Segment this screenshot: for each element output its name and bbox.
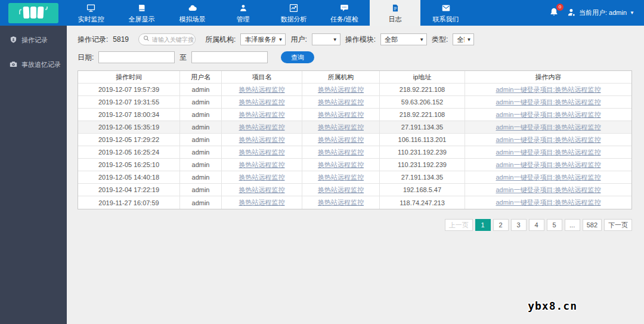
cell-org-link[interactable]: 换热站远程监控 bbox=[302, 184, 380, 196]
type-select[interactable]: 全部 ▼ bbox=[453, 33, 474, 45]
sidebar-item-incident-recall-records[interactable]: 事故追忆记录 bbox=[0, 55, 67, 75]
cell-operation-content-link[interactable]: admin一键登录项目:换热站远程监控 bbox=[465, 84, 631, 95]
monitor-icon bbox=[86, 4, 95, 14]
cell-operation-content-link[interactable]: admin一键登录项目:换热站远程监控 bbox=[465, 96, 631, 108]
date-end-input[interactable] bbox=[191, 51, 268, 63]
cell-project-link[interactable]: 换热站远程监控 bbox=[222, 134, 302, 146]
cell-project-link[interactable]: 换热站远程监控 bbox=[222, 159, 302, 171]
cell-ip-address: 59.63.206.152 bbox=[380, 96, 465, 108]
tab-realtime-monitor[interactable]: 实时监控 bbox=[66, 0, 116, 26]
col-header-time: 操作时间 bbox=[78, 71, 180, 83]
cell-operation-content-link[interactable]: admin一键登录项目:换热站远程监控 bbox=[465, 196, 631, 209]
date-label: 日期: bbox=[78, 53, 94, 63]
tab-tasks-inspection[interactable]: 任务/巡检 bbox=[319, 0, 370, 26]
date-start-input[interactable] bbox=[98, 51, 175, 63]
col-header-org: 所属机构 bbox=[302, 71, 380, 83]
notification-badge: 0 bbox=[556, 4, 564, 11]
org-select-value: 丰泽服务所 bbox=[244, 35, 275, 44]
cell-project-link[interactable]: 换热站远程监控 bbox=[222, 84, 302, 95]
tab-logs[interactable]: 日志 bbox=[370, 0, 420, 26]
filter-row-1: 操作记录: 5819 所属机构: 丰泽服务所 ▼ 用户: ▼ 操作模块: 全部 bbox=[78, 33, 632, 46]
page-button[interactable]: ... bbox=[565, 219, 580, 231]
record-count-label: 操作记录: bbox=[78, 35, 108, 45]
cell-operation-content-link[interactable]: admin一键登录项目:换热站远程监控 bbox=[465, 134, 631, 146]
page: 实时监控 全屏显示 模拟场景 管理 bbox=[0, 0, 644, 324]
cell-project-link[interactable]: 换热站远程监控 bbox=[222, 146, 302, 158]
cell-project-link[interactable]: 换热站远程监控 bbox=[222, 96, 302, 108]
cell-project-link[interactable]: 换热站远程监控 bbox=[222, 196, 302, 209]
nav-tabs: 实时监控 全屏显示 模拟场景 管理 bbox=[66, 0, 471, 26]
cell-project-link[interactable]: 换热站远程监控 bbox=[222, 184, 302, 196]
cell-ip-address: 27.191.134.35 bbox=[380, 171, 465, 183]
cell-username: admin bbox=[180, 196, 222, 209]
tab-data-analysis[interactable]: 数据分析 bbox=[268, 0, 319, 26]
book-icon bbox=[137, 4, 146, 14]
module-label: 操作模块: bbox=[345, 35, 376, 45]
cell-org-link[interactable]: 换热站远程监控 bbox=[302, 96, 380, 108]
sidebar: 操作记录 事故追忆记录 bbox=[0, 26, 67, 324]
page-button[interactable]: 5 bbox=[547, 219, 562, 231]
cell-org-link[interactable]: 换热站远程监控 bbox=[302, 134, 380, 146]
cell-operation-content-link[interactable]: admin一键登录项目:换热站远程监控 bbox=[465, 121, 631, 133]
operation-log-table: 操作时间 用户名 项目名 所属机构 ip地址 操作内容 2019-12-07 1… bbox=[78, 70, 632, 209]
cell-org-link[interactable]: 换热站远程监控 bbox=[302, 196, 380, 209]
user-icon bbox=[239, 4, 247, 14]
query-button[interactable]: 查询 bbox=[281, 51, 314, 63]
module-select[interactable]: 全部 ▼ bbox=[380, 33, 427, 45]
cell-org-link[interactable]: 换热站远程监控 bbox=[302, 121, 380, 133]
cell-ip-address: 110.231.192.239 bbox=[380, 159, 465, 171]
search-input[interactable] bbox=[152, 36, 194, 43]
table-header-row: 操作时间 用户名 项目名 所属机构 ip地址 操作内容 bbox=[78, 71, 631, 84]
cell-org-link[interactable]: 换热站远程监控 bbox=[302, 84, 380, 95]
tab-label: 任务/巡检 bbox=[330, 16, 358, 23]
cell-operation-content-link[interactable]: admin一键登录项目:换热站远程监控 bbox=[465, 146, 631, 158]
cell-project-link[interactable]: 换热站远程监控 bbox=[222, 121, 302, 133]
page-button[interactable]: 上一页 bbox=[445, 219, 473, 231]
table-row: 2019-12-05 17:29:22 admin 换热站远程监控 换热站远程监… bbox=[78, 134, 631, 146]
chart-icon bbox=[289, 4, 298, 14]
page-button[interactable]: 下一页 bbox=[604, 219, 632, 231]
cell-operation-time: 2019-12-07 19:31:55 bbox=[78, 96, 180, 108]
cell-username: admin bbox=[180, 109, 222, 121]
user-select[interactable]: ▼ bbox=[312, 33, 340, 45]
cloud-icon bbox=[188, 4, 197, 14]
cell-operation-time: 2019-12-05 14:40:18 bbox=[78, 171, 180, 183]
cell-operation-content-link[interactable]: admin一键登录项目:换热站远程监控 bbox=[465, 109, 631, 121]
tab-label: 模拟场景 bbox=[179, 16, 206, 23]
app-logo[interactable] bbox=[8, 3, 58, 23]
org-select[interactable]: 丰泽服务所 ▼ bbox=[240, 33, 286, 45]
page-button[interactable]: 3 bbox=[511, 219, 527, 231]
cell-project-link[interactable]: 换热站远程监控 bbox=[222, 171, 302, 183]
notification-bell-button[interactable]: 0 bbox=[549, 7, 559, 19]
table-row: 2019-12-04 17:22:19 admin 换热站远程监控 换热站远程监… bbox=[78, 184, 631, 196]
shield-icon bbox=[10, 36, 17, 45]
page-button[interactable]: 1 bbox=[475, 219, 491, 231]
tab-contact-us[interactable]: 联系我们 bbox=[420, 0, 471, 26]
cell-operation-content-link[interactable]: admin一键登录项目:换热站远程监控 bbox=[465, 171, 631, 183]
watermark: ybx8.cn bbox=[528, 300, 577, 312]
tab-fullscreen-display[interactable]: 全屏显示 bbox=[116, 0, 167, 26]
chevron-down-icon: ▼ bbox=[278, 37, 283, 42]
chevron-down-icon: ▼ bbox=[467, 37, 472, 42]
bell-icon bbox=[549, 11, 559, 19]
tab-management[interactable]: 管理 bbox=[218, 0, 268, 26]
current-user-menu[interactable]: 当前用户: admin ▼ bbox=[567, 8, 634, 18]
tab-label: 管理 bbox=[237, 16, 250, 23]
cell-org-link[interactable]: 换热站远程监控 bbox=[302, 109, 380, 121]
cell-org-link[interactable]: 换热站远程监控 bbox=[302, 159, 380, 171]
tab-simulation-scene[interactable]: 模拟场景 bbox=[167, 0, 218, 26]
cell-project-link[interactable]: 换热站远程监控 bbox=[222, 109, 302, 121]
cell-org-link[interactable]: 换热站远程监控 bbox=[302, 171, 380, 183]
cell-operation-content-link[interactable]: admin一键登录项目:换热站远程监控 bbox=[465, 184, 631, 196]
col-header-ip: ip地址 bbox=[380, 71, 465, 83]
cell-ip-address: 192.168.5.47 bbox=[380, 184, 465, 196]
cell-ip-address: 27.191.134.35 bbox=[380, 121, 465, 133]
cell-operation-time: 2019-11-27 16:07:59 bbox=[78, 196, 180, 209]
page-button[interactable]: 582 bbox=[583, 219, 602, 231]
cell-operation-content-link[interactable]: admin一键登录项目:换热站远程监控 bbox=[465, 159, 631, 171]
cell-org-link[interactable]: 换热站远程监控 bbox=[302, 146, 380, 158]
page-button[interactable]: 4 bbox=[529, 219, 544, 231]
org-label: 所属机构: bbox=[205, 35, 236, 45]
sidebar-item-operation-records[interactable]: 操作记录 bbox=[0, 30, 67, 50]
page-button[interactable]: 2 bbox=[493, 219, 509, 231]
